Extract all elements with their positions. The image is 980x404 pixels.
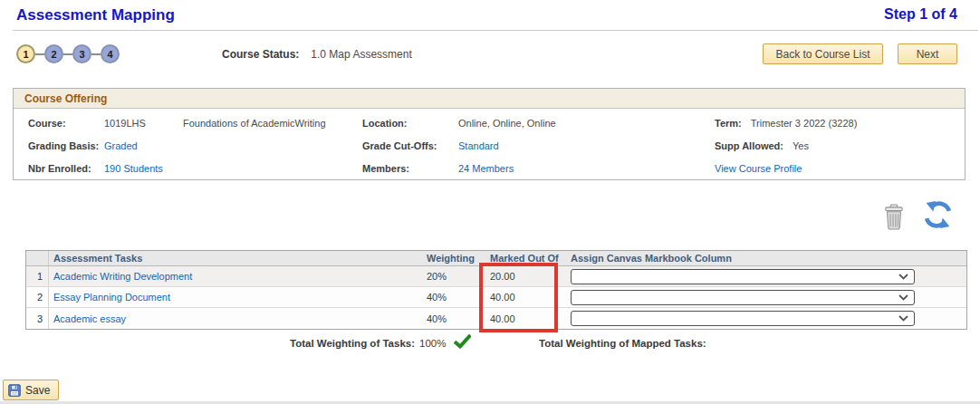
term-field: Term:Trimester 3 2022 (3228) bbox=[715, 118, 857, 129]
step-connector bbox=[63, 53, 72, 55]
step-bubble-2: 2 bbox=[44, 44, 63, 63]
page-title: Assessment Mapping bbox=[16, 6, 175, 24]
wizard-step-indicator: 1 2 3 4 bbox=[16, 44, 120, 63]
total-weighting-label: Total Weighting of Tasks: bbox=[290, 338, 415, 349]
course-offering-title: Course Offering bbox=[14, 89, 965, 109]
step-connector bbox=[35, 53, 44, 55]
assign-markbook-dropdown[interactable] bbox=[571, 290, 915, 305]
refresh-icon[interactable] bbox=[923, 198, 953, 233]
term-label: Term: bbox=[715, 118, 742, 129]
step-indicator-text: Step 1 of 4 bbox=[884, 6, 957, 23]
location-label: Location: bbox=[362, 118, 458, 129]
course-status-label: Course Status: bbox=[222, 48, 308, 61]
assign-markbook-dropdown[interactable] bbox=[571, 311, 915, 326]
weighting-value: 40% bbox=[421, 292, 480, 303]
assessment-tasks-table: Assessment Tasks Weighting Marked Out Of… bbox=[25, 250, 967, 330]
save-button[interactable]: Save bbox=[3, 380, 59, 400]
course-field: Course:1019LHSFoundations of AcademicWri… bbox=[28, 118, 326, 129]
supp-allowed-field: Supp Allowed:Yes bbox=[715, 140, 809, 151]
grade-cutoffs-link[interactable]: Standard bbox=[458, 140, 499, 151]
save-icon bbox=[8, 384, 21, 397]
nbr-enrolled-label: Nbr Enrolled: bbox=[28, 163, 104, 174]
weighting-value: 20% bbox=[421, 271, 480, 282]
weighting-column-header: Weighting bbox=[421, 251, 480, 265]
back-to-course-list-button[interactable]: Back to Course List bbox=[763, 43, 883, 64]
grade-cutoffs-label: Grade Cut-Offs: bbox=[362, 140, 458, 151]
view-course-profile-link[interactable]: View Course Profile bbox=[715, 163, 802, 174]
table-header-row: Assessment Tasks Weighting Marked Out Of… bbox=[26, 251, 966, 266]
course-offering-groupbox: Course Offering Course:1019LHSFoundation… bbox=[13, 88, 966, 180]
course-label: Course: bbox=[28, 118, 104, 129]
nbr-enrolled-link[interactable]: 190 Students bbox=[104, 163, 163, 174]
task-link[interactable]: Academic essay bbox=[53, 313, 126, 324]
chevron-down-icon bbox=[898, 274, 908, 280]
grading-basis-label: Grading Basis: bbox=[28, 140, 104, 151]
members-field: Members:24 Members bbox=[362, 163, 514, 174]
supp-allowed-label: Supp Allowed: bbox=[715, 140, 783, 151]
course-status: Course Status: 1.0 Map Assessment bbox=[222, 48, 412, 61]
course-code: 1019LHS bbox=[104, 118, 183, 129]
totals-row: Total Weighting of Tasks: 100% Total Wei… bbox=[0, 338, 980, 354]
next-button[interactable]: Next bbox=[898, 43, 957, 64]
chevron-down-icon bbox=[898, 294, 908, 301]
marked-out-of-column-header: Marked Out Of bbox=[480, 251, 562, 265]
row-number: 1 bbox=[26, 266, 49, 286]
view-course-profile-field: View Course Profile bbox=[715, 163, 802, 174]
assessment-mapping-page: Assessment Mapping Step 1 of 4 1 2 3 4 C… bbox=[0, 0, 980, 404]
table-row: 2 Essay Planning Document 40% 40.00 bbox=[26, 287, 966, 308]
chevron-down-icon bbox=[898, 315, 908, 322]
trash-icon[interactable] bbox=[882, 204, 906, 233]
course-offering-body: Course:1019LHSFoundations of AcademicWri… bbox=[14, 109, 965, 178]
weighting-value: 40% bbox=[421, 313, 480, 324]
assign-markbook-dropdown[interactable] bbox=[571, 269, 915, 284]
marked-out-of-value: 40.00 bbox=[480, 313, 562, 324]
header-divider bbox=[13, 30, 978, 31]
row-number: 3 bbox=[26, 308, 49, 329]
grading-basis-link[interactable]: Graded bbox=[104, 140, 138, 151]
grid-action-icons bbox=[882, 198, 953, 233]
nbr-enrolled-field: Nbr Enrolled:190 Students bbox=[28, 163, 163, 174]
task-link[interactable]: Academic Writing Development bbox=[53, 271, 192, 282]
members-link[interactable]: 24 Members bbox=[458, 163, 514, 174]
supp-allowed-value: Yes bbox=[793, 140, 809, 151]
total-mapped-weighting-label: Total Weighting of Mapped Tasks: bbox=[539, 338, 706, 349]
table-row: 1 Academic Writing Development 20% 20.00 bbox=[26, 266, 966, 287]
term-value: Trimester 3 2022 (3228) bbox=[751, 118, 858, 129]
table-row: 3 Academic essay 40% 40.00 bbox=[26, 308, 966, 329]
task-link[interactable]: Essay Planning Document bbox=[53, 292, 170, 303]
course-name: Foundations of AcademicWriting bbox=[183, 118, 326, 129]
marked-out-of-value: 40.00 bbox=[480, 292, 562, 303]
location-value: Online, Online, Online bbox=[458, 118, 556, 129]
total-weighting-value: 100% bbox=[419, 338, 446, 349]
step-bubble-4: 4 bbox=[101, 44, 120, 63]
assessment-tasks-column-header: Assessment Tasks bbox=[49, 251, 421, 265]
assign-canvas-markbook-column-header: Assign Canvas Markbook Column bbox=[562, 251, 966, 265]
save-button-label: Save bbox=[25, 384, 50, 397]
grading-basis-field: Grading Basis:Graded bbox=[28, 140, 138, 151]
checkmark-icon bbox=[454, 334, 471, 351]
step-bubble-3: 3 bbox=[72, 44, 91, 63]
step-bubble-1: 1 bbox=[16, 44, 35, 63]
step-connector bbox=[91, 53, 101, 55]
members-label: Members: bbox=[362, 163, 458, 174]
row-number-column-header bbox=[26, 251, 49, 265]
top-button-bar: Back to Course List Next bbox=[763, 43, 957, 64]
grade-cutoffs-field: Grade Cut-Offs:Standard bbox=[362, 140, 499, 151]
row-number: 2 bbox=[26, 287, 49, 307]
course-status-value: 1.0 Map Assessment bbox=[311, 48, 411, 61]
location-field: Location:Online, Online, Online bbox=[362, 118, 556, 129]
marked-out-of-value: 20.00 bbox=[480, 271, 562, 282]
